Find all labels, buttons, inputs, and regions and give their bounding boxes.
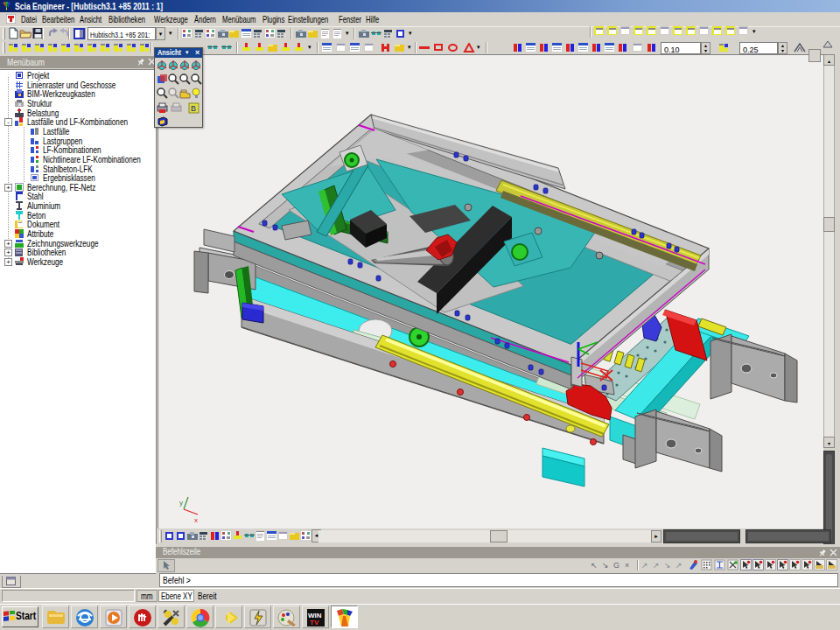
svg-text:TV: TV xyxy=(310,619,319,626)
svg-text:B: B xyxy=(191,104,196,113)
